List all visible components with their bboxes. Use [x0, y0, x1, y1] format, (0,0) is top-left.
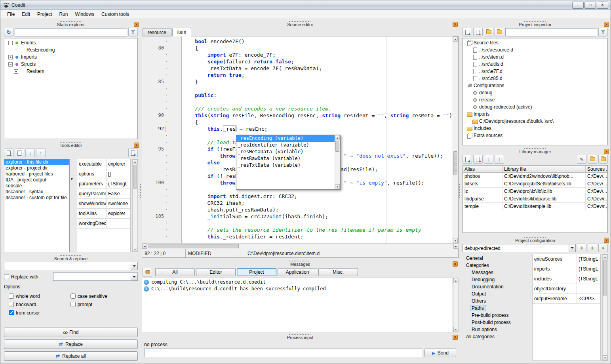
category-item[interactable]: General: [463, 255, 531, 262]
panel-grip[interactable]: [60, 21, 82, 22]
add-source-button[interactable]: [463, 28, 472, 36]
menu-item[interactable]: Edit: [18, 10, 34, 18]
column-library-file[interactable]: Library file: [503, 166, 586, 172]
chevron-down-icon[interactable]: [569, 244, 575, 252]
panel-close-button[interactable]: [134, 22, 139, 27]
close-button[interactable]: [597, 2, 608, 9]
panel-grip[interactable]: [524, 148, 546, 149]
scroll-up-icon[interactable]: [133, 159, 137, 164]
scroll-thumb[interactable]: [603, 260, 607, 295]
property-value[interactable]: False: [107, 189, 130, 198]
property-value[interactable]: explorer: [107, 159, 130, 169]
replace-with-checkbox[interactable]: Replace with: [4, 274, 51, 280]
expander-icon[interactable]: +: [14, 48, 18, 52]
completion-item[interactable]: _resIdentifier (variable): [236, 142, 335, 149]
open-project-folder-button[interactable]: [484, 28, 493, 36]
tree-item[interactable]: ..\src\utils.d: [463, 61, 607, 68]
scroll-down-icon[interactable]: [453, 327, 458, 332]
panel-close-button[interactable]: [134, 143, 139, 148]
panel-grip[interactable]: [289, 261, 311, 261]
scroll-down-icon[interactable]: [335, 184, 340, 189]
tree-item[interactable]: ..\src\e7F.d: [463, 68, 607, 75]
completion-item[interactable]: _resTxtData (variable): [236, 162, 335, 169]
messages-scrollbar[interactable]: [453, 278, 459, 332]
scroll-left-icon[interactable]: [142, 244, 147, 249]
property-value[interactable]: (TStringL: [577, 254, 600, 264]
clear-messages-button[interactable]: [143, 268, 152, 276]
library-row[interactable]: temple C:\Dev\dlibs\temple.lib C:\Dev\r.…: [463, 203, 607, 210]
tool-list-item[interactable]: dscanner - syntax: [4, 189, 69, 195]
library-manager-header[interactable]: Library manager: [461, 147, 610, 155]
option-check[interactable]: [9, 302, 14, 307]
editor-tab[interactable]: resource: [143, 28, 171, 36]
clone-configuration-button[interactable]: [588, 244, 597, 252]
add-library-folder-button[interactable]: [598, 155, 608, 164]
replace-with-check[interactable]: [4, 274, 9, 279]
property-value[interactable]: (TStringL: [577, 274, 600, 284]
tree-item[interactable]: − Structs: [4, 61, 137, 68]
tree-item[interactable]: Includes: [463, 125, 607, 132]
panel-close-button[interactable]: [604, 22, 609, 27]
tool-list-item[interactable]: dscanner - custom opt for file: [4, 195, 69, 201]
tool-list-item[interactable]: harbored - project files: [4, 171, 69, 177]
property-value[interactable]: swoNone: [107, 199, 130, 208]
project-configuration-header[interactable]: Project configuration: [461, 236, 610, 244]
tree-item[interactable]: debug: [463, 89, 607, 96]
send-button[interactable]: Send: [424, 349, 456, 357]
search-term-combobox[interactable]: [4, 262, 138, 270]
tool-list-item[interactable]: console: [4, 183, 69, 189]
category-item[interactable]: Paths: [463, 305, 531, 312]
completion-item[interactable]: _resEncoding (variable): [236, 135, 335, 142]
replace-all-button[interactable]: Replace all: [4, 351, 138, 361]
minimize-button[interactable]: [572, 2, 584, 9]
library-row[interactable]: phobos C:\Dev\dmd2\windows\lib\phob... C…: [463, 173, 607, 180]
option-check[interactable]: [70, 302, 76, 307]
chevron-down-icon[interactable]: [131, 262, 137, 270]
library-row[interactable]: iz C:\Dev\dproj\iz\lib\iz.lib C:\Dev\...: [463, 188, 607, 195]
tree-item[interactable]: + ResEncoding: [4, 46, 137, 53]
filter-button-project[interactable]: Project: [237, 268, 276, 276]
project-inspector-header[interactable]: Project inspector: [461, 20, 610, 28]
filter-button[interactable]: [128, 28, 138, 36]
static-explorer-header[interactable]: Static explorer: [2, 20, 140, 28]
library-table-header[interactable]: Alias Library file Sources ...: [463, 166, 607, 173]
expander-icon[interactable]: −: [8, 41, 13, 45]
column-alias[interactable]: Alias: [463, 166, 503, 172]
panel-grip[interactable]: [289, 21, 311, 22]
filter-button-editor[interactable]: Editor: [196, 268, 236, 276]
expander-icon[interactable]: +: [14, 69, 18, 74]
refresh-button[interactable]: [4, 28, 13, 36]
add-tool-button[interactable]: [4, 149, 13, 157]
tree-item[interactable]: release: [463, 96, 607, 103]
tree-item[interactable]: debug-redirected (active): [463, 103, 607, 111]
source-editor-header[interactable]: Source editor: [142, 20, 459, 28]
remove-library-button[interactable]: [473, 155, 483, 164]
remove-tool-button[interactable]: [15, 149, 24, 157]
message-row[interactable]: C:\...\build\resource.d.coedit has been …: [142, 286, 453, 292]
process-input-header[interactable]: Process input: [142, 333, 459, 341]
move-tool-down-button[interactable]: [25, 149, 35, 157]
configuration-combobox[interactable]: debug-redirected: [463, 244, 576, 252]
scroll-up-icon[interactable]: [335, 135, 340, 140]
tree-item[interactable]: Source files: [463, 39, 607, 46]
tree-item[interactable]: C:\Dev\dproj\resource.d\build\..\src\: [463, 118, 607, 125]
edit-library-button[interactable]: [577, 155, 586, 164]
category-item[interactable]: Pre-build process: [463, 312, 531, 319]
completion-item[interactable]: _resMetaData (variable): [236, 149, 335, 155]
tree-item[interactable]: + ResItem: [4, 68, 137, 75]
category-item[interactable]: Documentation: [463, 283, 531, 290]
panel-close-button[interactable]: [604, 149, 609, 154]
property-value[interactable]: explorer: [107, 209, 130, 218]
scroll-down-icon[interactable]: [133, 247, 137, 252]
chevron-down-icon[interactable]: [131, 273, 137, 280]
category-item[interactable]: All categories: [463, 333, 531, 340]
tree-item[interactable]: − Enums: [4, 39, 137, 46]
option-check[interactable]: [9, 310, 14, 315]
property-value[interactable]: []: [107, 169, 130, 179]
remove-source-button[interactable]: [473, 28, 483, 36]
filter-button-misc[interactable]: Misc.: [318, 268, 358, 276]
tree-item[interactable]: Imports: [463, 111, 607, 118]
menu-item[interactable]: File: [4, 10, 18, 18]
move-library-up-button[interactable]: [495, 155, 504, 164]
scroll-thumb[interactable]: [335, 141, 339, 152]
